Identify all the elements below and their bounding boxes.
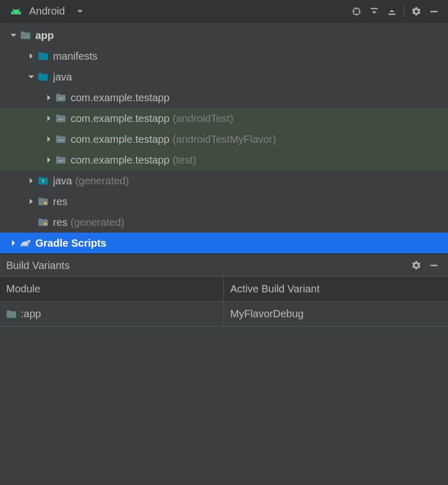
svg-point-12 xyxy=(61,118,63,120)
package-icon xyxy=(54,134,68,144)
tree-label: com.example.testapp xyxy=(71,154,169,166)
tree-node-java[interactable]: java xyxy=(0,66,448,87)
svg-rect-18 xyxy=(44,223,47,225)
tree-node-app[interactable]: app xyxy=(0,25,448,46)
svg-point-16 xyxy=(61,160,63,161)
bv-header-label: Active Build Variant xyxy=(230,283,320,295)
view-label: Android xyxy=(29,5,65,17)
chevron-right-icon xyxy=(26,52,36,60)
package-icon xyxy=(54,114,68,123)
bv-module-label: :app xyxy=(21,308,41,320)
svg-rect-20 xyxy=(430,265,438,266)
tree-label: res xyxy=(53,196,68,208)
package-icon xyxy=(54,155,68,165)
tree-label: Gradle Scripts xyxy=(35,237,107,249)
select-opened-file-button[interactable] xyxy=(348,3,365,20)
svg-point-9 xyxy=(59,98,60,99)
view-dropdown[interactable]: Android xyxy=(10,5,84,17)
svg-point-13 xyxy=(59,139,60,141)
bv-row-app: :app MyFlavorDebug xyxy=(0,302,448,327)
tree-label: app xyxy=(35,30,54,42)
tree-label: com.example.testapp xyxy=(71,113,169,125)
tree-node-package-androidtest-flavor[interactable]: com.example.testapp (androidTestMyFlavor… xyxy=(0,129,448,150)
chevron-down-icon xyxy=(8,32,19,39)
generated-folder-icon xyxy=(36,176,50,185)
svg-point-8 xyxy=(27,36,30,39)
tree-suffix: (generated) xyxy=(71,217,124,228)
tree-node-res[interactable]: res xyxy=(0,191,448,212)
tree-node-package-androidtest[interactable]: com.example.testapp (androidTest) xyxy=(0,108,448,129)
svg-point-10 xyxy=(61,98,63,99)
resource-folder-icon xyxy=(36,218,50,227)
svg-point-14 xyxy=(61,139,63,141)
svg-rect-5 xyxy=(371,8,378,9)
svg-point-15 xyxy=(59,160,60,161)
tree-suffix: (test) xyxy=(173,154,196,166)
build-variants-title: Build Variants xyxy=(6,260,70,272)
chevron-down-icon xyxy=(26,73,36,80)
svg-rect-6 xyxy=(388,14,396,15)
chevron-down-icon xyxy=(76,8,84,15)
gradle-icon xyxy=(19,238,32,248)
package-icon xyxy=(54,93,68,102)
tree-label: java xyxy=(53,71,72,83)
collapse-all-button[interactable] xyxy=(383,3,401,20)
tree-label: res xyxy=(53,217,68,228)
tree-suffix: (androidTestMyFlavor) xyxy=(173,133,276,145)
tree-suffix: (generated) xyxy=(75,175,129,187)
tree-node-manifests[interactable]: manifests xyxy=(0,46,448,66)
hide-button[interactable] xyxy=(425,3,443,20)
tree-label: java xyxy=(53,175,72,187)
build-variants-table: Module Active Build Variant :app MyFlavo… xyxy=(0,276,448,327)
bv-cell-module: :app xyxy=(0,302,224,327)
module-folder-icon xyxy=(19,31,32,40)
expand-all-button[interactable] xyxy=(365,3,383,20)
tree-label: com.example.testapp xyxy=(71,133,169,145)
bv-header-row: Module Active Build Variant xyxy=(0,277,448,302)
tree-label: com.example.testapp xyxy=(71,92,169,104)
build-variants-header: Build Variants xyxy=(0,253,448,276)
chevron-right-icon xyxy=(26,198,36,205)
chevron-right-icon xyxy=(44,94,54,101)
resource-folder-icon xyxy=(36,197,50,206)
toolbar-divider xyxy=(404,6,404,17)
tree-node-package[interactable]: com.example.testapp xyxy=(0,87,448,108)
project-toolbar: Android xyxy=(0,0,448,23)
tree-node-package-test[interactable]: com.example.testapp (test) xyxy=(0,150,448,170)
bv-cell-variant[interactable]: MyFlavorDebug xyxy=(224,302,448,327)
chevron-right-icon xyxy=(26,177,36,184)
chevron-right-icon xyxy=(44,156,54,164)
gear-icon[interactable] xyxy=(407,257,425,274)
bv-col-module[interactable]: Module xyxy=(0,277,224,302)
chevron-right-icon xyxy=(44,136,54,143)
tree-node-res-generated[interactable]: res (generated) xyxy=(0,212,448,233)
hide-button[interactable] xyxy=(425,257,443,274)
svg-point-21 xyxy=(13,315,16,318)
chevron-right-icon xyxy=(44,115,54,122)
tree-node-gradle-scripts[interactable]: Gradle Scripts xyxy=(0,233,448,253)
bv-variant-label: MyFlavorDebug xyxy=(230,308,304,320)
svg-rect-17 xyxy=(44,202,47,205)
bv-header-label: Module xyxy=(6,283,41,295)
tree-node-java-generated[interactable]: java (generated) xyxy=(0,170,448,191)
bv-col-variant[interactable]: Active Build Variant xyxy=(224,277,448,302)
tree-label: manifests xyxy=(53,50,98,62)
project-tree: app manifests java com.example.testapp xyxy=(0,23,448,253)
folder-icon xyxy=(36,51,50,61)
gear-icon[interactable] xyxy=(407,3,425,20)
android-icon xyxy=(10,6,22,17)
svg-point-11 xyxy=(59,118,60,120)
svg-rect-7 xyxy=(430,10,438,12)
chevron-right-icon xyxy=(8,239,19,247)
tree-suffix: (androidTest) xyxy=(173,113,233,125)
svg-point-19 xyxy=(28,241,29,243)
folder-icon xyxy=(36,72,50,82)
module-folder-icon xyxy=(6,309,17,319)
